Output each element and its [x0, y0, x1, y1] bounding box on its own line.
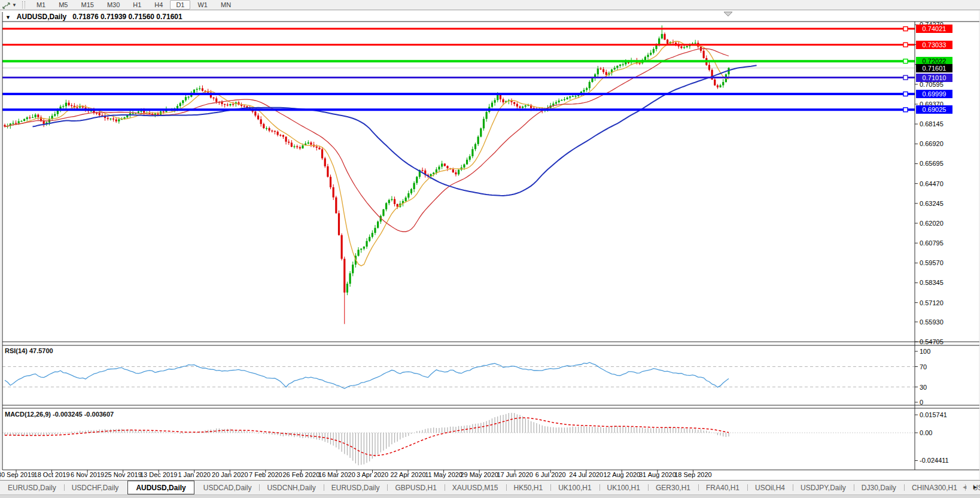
macd-scale-label: 0.00: [920, 429, 932, 436]
chart-tab-UK100-H1[interactable]: UK100,H1: [599, 481, 648, 494]
rsi-scale-label: 70: [920, 363, 927, 371]
y-axis-tick-label: 0.70595: [920, 81, 944, 88]
chart-tab-EURUSD-Daily[interactable]: EURUSD,Daily: [0, 481, 64, 494]
y-axis-tick-label: 0.60795: [920, 239, 944, 247]
y-axis-tick-label: 0.66920: [920, 140, 944, 147]
current-price-label: 0.71601: [916, 64, 952, 72]
chart-tab-XAUUSD-M15[interactable]: XAUUSD,M15: [445, 481, 506, 494]
macd-scale-label: 0.015741: [920, 411, 947, 418]
x-axis-date-label: 1 Jan 2020: [178, 471, 211, 478]
symbol-label: AUDUSD,Daily: [17, 13, 66, 21]
x-axis-date-label: 25 Nov 2019: [104, 471, 141, 478]
line-handle-marker[interactable]: [903, 75, 908, 80]
chart-tab-USOil-H4[interactable]: USOil,H4: [747, 481, 793, 494]
tab-scroll-right-button[interactable]: ►: [972, 482, 978, 492]
rsi-indicator-label: RSI(14) 47.5700: [5, 347, 53, 354]
x-axis-date-label: 18 Oct 2019: [34, 471, 70, 478]
x-axis-date-label: 24 Jul 2020: [569, 471, 603, 478]
tab-scroll-left-button[interactable]: ◄: [961, 482, 967, 492]
x-axis-date-label: 6 Nov 2019: [71, 471, 104, 478]
y-axis-tick-label: 0.57120: [920, 299, 944, 306]
price-level-label-0.69025: 0.69025: [916, 105, 952, 114]
price-level-label-0.69999: 0.69999: [916, 90, 952, 98]
window-bottom-edge: [0, 494, 980, 498]
chart-tab-AUDUSD-Daily[interactable]: AUDUSD,Daily: [127, 481, 194, 494]
chart-tab-USDCNH-Daily[interactable]: USDCNH,Daily: [259, 481, 323, 494]
line-handle-marker[interactable]: [903, 27, 908, 31]
x-axis-date-label: 11 May 2020: [425, 471, 462, 478]
line-handle-marker[interactable]: [903, 92, 908, 96]
line-handle-marker[interactable]: [903, 59, 908, 63]
y-axis-tick-label: 0.63245: [920, 200, 944, 207]
x-axis-date-label: 18 Sep 2020: [674, 471, 711, 478]
chart-tab-bar: EURUSD,DailyUSDCHF,DailyAUDUSD,DailyUSDC…: [0, 480, 980, 494]
y-axis-tick-label: 0.62020: [920, 220, 944, 227]
y-axis-tick-label: 0.58345: [920, 279, 944, 286]
price-level-label-0.74021: 0.74021: [916, 25, 952, 33]
terminal-window: ▼ M1M5M15M30H1H4D1W1MN ▼ AUDUSD,Daily 0.…: [0, 0, 980, 498]
rsi-scale-label: 0: [920, 399, 923, 406]
line-handle-marker[interactable]: [903, 108, 908, 112]
chart-tab-HK50-H1[interactable]: HK50,H1: [506, 481, 551, 494]
x-axis-date-label: 12 Aug 2020: [603, 471, 640, 478]
rsi-scale-label: 30: [920, 384, 927, 391]
x-axis-date-label: 7 Feb 2020: [249, 471, 282, 478]
chart-tab-USDCHF-Daily[interactable]: USDCHF,Daily: [64, 481, 127, 494]
line-handle-marker[interactable]: [903, 42, 908, 47]
macd-scale-label: -0.024411: [920, 457, 949, 464]
x-axis-date-label: 20 Jan 2020: [212, 471, 248, 478]
x-axis-date-label: 17 Jun 2020: [497, 471, 533, 478]
x-axis-date-label: 16 Mar 2020: [318, 471, 355, 478]
y-axis-tick-label: 0.59570: [920, 259, 944, 266]
x-axis-date-label: 29 May 2020: [460, 471, 498, 478]
x-axis-date-label: 6 Jul 2020: [535, 471, 566, 478]
x-axis-date-label: 22 Apr 2020: [390, 471, 425, 478]
chart-tab-EURUSD-Daily[interactable]: EURUSD,Daily: [324, 481, 388, 494]
chart-tab-FRA40-H1[interactable]: FRA40,H1: [698, 481, 747, 494]
rsi-scale-label: 100: [920, 348, 930, 355]
symbol-dropdown-icon[interactable]: ▼: [5, 14, 11, 20]
y-axis-tick-label: 0.64470: [920, 180, 944, 187]
x-axis-date-label: 31 Aug 2020: [639, 471, 676, 478]
chart-tab-USDCAD-Daily[interactable]: USDCAD,Daily: [196, 481, 260, 494]
ohlc-values: 0.71876 0.71939 0.71560 0.71601: [72, 13, 182, 21]
tab-scroll-buttons: ◄ ►: [961, 482, 978, 492]
price-level-label-0.73033: 0.73033: [916, 41, 952, 49]
chart-canvas: [0, 0, 980, 498]
chart-ohlc-header: ▼ AUDUSD,Daily 0.71876 0.71939 0.71560 0…: [5, 13, 182, 21]
y-axis-tick-label: 0.65695: [920, 160, 944, 167]
price-level-label-0.71010: 0.71010: [916, 74, 952, 82]
chart-tab-CHINA300-H1[interactable]: CHINA300,H1: [904, 481, 965, 494]
chart-tab-DJ30-Daily[interactable]: DJ30,Daily: [854, 481, 904, 494]
chart-tab-GER30-H1[interactable]: GER30,H1: [648, 481, 698, 494]
x-axis-date-label: 30 Sep 2019: [0, 471, 35, 478]
macd-indicator-label: MACD(12,26,9) -0.003245 -0.003607: [5, 411, 114, 418]
x-axis-date-label: 13 Dec 2019: [140, 471, 177, 478]
chart-tab-UK100-H1[interactable]: UK100,H1: [550, 481, 599, 494]
y-axis-tick-label: 0.54705: [920, 338, 944, 345]
chart-tab-USDJPY-Daily[interactable]: USDJPY,Daily: [793, 481, 854, 494]
y-axis-tick-label: 0.68145: [920, 120, 944, 127]
x-axis-date-label: 26 Feb 2020: [283, 471, 320, 478]
chart-window-background: [1, 11, 979, 479]
y-axis-tick-label: 0.55930: [920, 318, 944, 326]
chart-tab-GBPUSD-H1[interactable]: GBPUSD,H1: [387, 481, 444, 494]
x-axis-date-label: 3 Apr 2020: [357, 471, 388, 478]
